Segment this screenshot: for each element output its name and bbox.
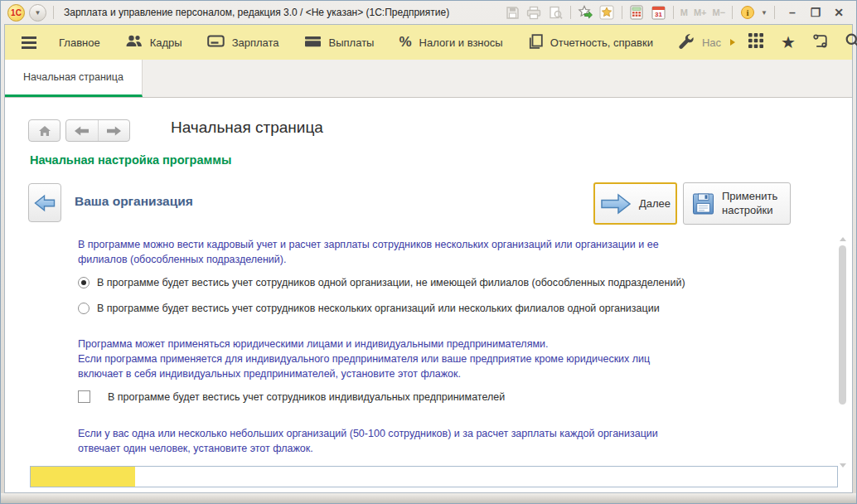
search-icon[interactable] (845, 32, 857, 52)
menu-item-payments[interactable]: Выплаты (292, 25, 387, 60)
calendar-icon[interactable]: 31 (651, 5, 666, 21)
info-dropdown-icon[interactable]: ▼ (761, 9, 767, 17)
card-icon (207, 35, 225, 50)
radio-label: В программе будет вестись учет сотрудник… (97, 277, 685, 288)
calculator-icon[interactable] (629, 5, 645, 21)
menu-label: Выплаты (329, 36, 375, 49)
back-button[interactable] (66, 120, 99, 141)
window-title: Зарплата и управление персоналом, редакц… (64, 7, 449, 18)
setup-heading: Начальная настройка программы (30, 153, 231, 167)
menu-item-taxes[interactable]: % Налоги и взносы (386, 25, 515, 60)
divider (622, 6, 622, 19)
memory-minus-button[interactable]: M− (712, 7, 725, 17)
section-title: Ваша организация (75, 194, 193, 209)
wallet-icon (304, 36, 322, 50)
radio-single-org[interactable]: В программе будет вестись учет сотрудник… (78, 277, 685, 288)
menu-item-salary[interactable]: Зарплата (195, 25, 292, 60)
memory-plus-button[interactable]: M+ (694, 7, 707, 17)
scroll-down-icon[interactable] (840, 463, 846, 468)
radio-multi-org[interactable]: В программе будет вестись учет сотрудник… (78, 303, 660, 314)
radio-label: В программе будет вестись учет сотрудник… (97, 303, 660, 314)
svg-text:i: i (746, 7, 748, 17)
main-menubar: Главное Кадры Зарплата Выплаты (5, 25, 852, 60)
divider (673, 6, 674, 19)
tabbar: Начальная страница (5, 60, 852, 98)
entrepreneurs-paragraph: Программа может применяться юридическими… (78, 337, 828, 381)
menu-label: Главное (59, 36, 100, 49)
scrollbar-thumb[interactable] (839, 245, 846, 405)
app-window: 1С ▼ Зарплата и управление персоналом, р… (0, 0, 857, 504)
minimize-button[interactable]: – (782, 5, 803, 21)
next-button-label: Далее (639, 197, 671, 210)
save-settings-icon (692, 192, 714, 215)
tab-label: Начальная страница (23, 71, 123, 83)
history-icon[interactable] (812, 33, 828, 52)
setup-progress-bar (30, 466, 838, 487)
vertical-scrollbar[interactable] (838, 237, 848, 468)
print-icon[interactable] (526, 5, 542, 21)
forward-button[interactable] (99, 120, 130, 141)
next-button[interactable]: Далее (593, 182, 677, 225)
home-icon (38, 125, 51, 137)
big-arrow-left-icon (34, 194, 56, 212)
tab-home-page[interactable]: Начальная страница (5, 60, 143, 97)
info-icon[interactable]: i (739, 5, 755, 21)
menu-item-main[interactable]: Главное (46, 25, 113, 60)
1c-logo-icon: 1С (7, 4, 25, 22)
system-menu-button[interactable]: ▼ (29, 4, 46, 22)
home-page-content: Начальная страница Начальная настройка п… (5, 98, 852, 492)
checkbox-icon[interactable] (78, 390, 90, 403)
functions-grid-icon[interactable] (748, 32, 764, 52)
divider (732, 6, 733, 19)
titlebar: 1С ▼ Зарплата и управление персоналом, р… (1, 1, 856, 24)
scroll-up-icon[interactable] (840, 237, 846, 241)
checkbox-entrepreneurs[interactable]: В программе будет вестись учет сотрудник… (78, 390, 505, 403)
intro-paragraph: В программе можно вести кадровый учет и … (78, 237, 828, 267)
chevron-right-icon[interactable] (730, 39, 735, 46)
radio-icon[interactable] (78, 277, 90, 288)
home-button[interactable] (28, 119, 61, 142)
section-back-button[interactable] (28, 183, 61, 222)
print-preview-icon[interactable] (548, 5, 564, 21)
menu-item-reports[interactable]: Отчетность, справки (516, 25, 666, 60)
main-menu-icon[interactable] (12, 36, 46, 49)
small-org-paragraph: Если у вас одна или несколько небольших … (78, 426, 828, 456)
menu-item-settings[interactable]: Нас (666, 25, 748, 60)
percent-icon: % (399, 34, 411, 51)
arrow-right-icon (107, 126, 121, 136)
menu-label: Налоги и взносы (419, 36, 503, 49)
divider (570, 6, 571, 19)
menu-label: Отчетность, справки (550, 36, 653, 49)
reports-icon (528, 34, 543, 51)
app-frame: Главное Кадры Зарплата Выплаты (4, 24, 853, 493)
big-arrow-right-icon (600, 192, 632, 216)
people-icon (125, 35, 143, 50)
menu-label: Зарплата (232, 36, 279, 49)
menu-label: Нас (702, 36, 721, 49)
radio-icon[interactable] (78, 303, 90, 314)
favorites-star-icon[interactable]: ★ (781, 34, 796, 51)
arrow-left-icon (75, 126, 89, 136)
progress-fill (31, 467, 135, 487)
page-title: Начальная страница (171, 119, 323, 137)
close-button[interactable]: ✕ (828, 5, 850, 21)
memory-store-button[interactable]: M (680, 7, 688, 17)
apply-button-label: Применить настройки (722, 190, 782, 218)
favorites-icon[interactable] (599, 5, 615, 21)
apply-settings-button[interactable]: Применить настройки (683, 182, 791, 225)
divider (774, 6, 775, 19)
wrench-icon (678, 33, 695, 52)
maximize-button[interactable]: ❐ (805, 5, 826, 21)
svg-text:31: 31 (655, 11, 662, 18)
menu-label: Кадры (150, 36, 182, 49)
divider (53, 6, 54, 19)
window-bottom-frame (1, 493, 856, 503)
save-icon[interactable] (505, 5, 520, 21)
menu-item-hr[interactable]: Кадры (113, 25, 195, 60)
history-nav-buttons (65, 119, 130, 142)
checkbox-label: В программе будет вестись учет сотрудник… (108, 391, 505, 403)
add-favorite-icon[interactable] (578, 5, 593, 21)
